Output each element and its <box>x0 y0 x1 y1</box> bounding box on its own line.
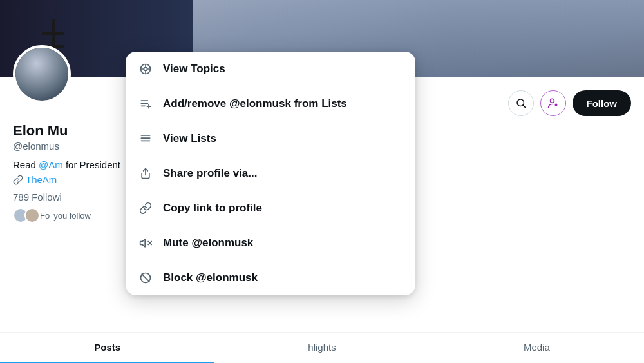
avatar <box>13 45 71 103</box>
svg-rect-10 <box>141 100 149 101</box>
menu-item-share-profile[interactable]: Share profile via... <box>126 156 415 191</box>
menu-label-view-lists: View Lists <box>163 132 216 145</box>
block-icon <box>138 271 153 285</box>
tab-media[interactable]: Media <box>430 333 644 363</box>
copy-link-icon <box>138 201 153 215</box>
header-actions: Follow <box>508 90 632 116</box>
notify-button[interactable] <box>540 90 566 116</box>
menu-item-view-lists[interactable]: View Lists <box>126 121 415 156</box>
menu-label-mute: Mute @elonmusk <box>163 237 253 250</box>
add-list-icon <box>138 97 153 111</box>
mutual-avatars <box>13 208 36 223</box>
menu-item-block[interactable]: Block @elonmusk <box>126 260 415 295</box>
menu-item-add-remove-lists[interactable]: Add/remove @elonmusk from Lists <box>126 86 415 121</box>
svg-rect-16 <box>141 137 151 139</box>
list-icon <box>138 132 153 146</box>
svg-rect-17 <box>141 141 151 142</box>
svg-rect-15 <box>141 135 151 136</box>
search-button[interactable] <box>508 90 534 116</box>
context-menu: View Topics Add/remove @elonmusk from Li… <box>126 52 415 295</box>
menu-label-copy-link: Copy link to profile <box>163 202 262 215</box>
menu-label-share-profile: Share profile via... <box>163 167 257 180</box>
share-icon <box>138 166 153 181</box>
svg-point-2 <box>550 99 554 103</box>
svg-rect-11 <box>141 103 149 104</box>
svg-point-5 <box>144 68 147 71</box>
tab-posts[interactable]: Posts <box>0 333 214 363</box>
mutual-avatar-2 <box>24 208 40 223</box>
bio-link[interactable]: @Am <box>39 159 63 170</box>
menu-item-view-topics[interactable]: View Topics <box>126 52 415 86</box>
svg-line-1 <box>523 105 526 108</box>
svg-line-21 <box>142 274 149 282</box>
mute-icon <box>138 236 153 250</box>
tab-highlights[interactable]: hlights <box>214 333 429 363</box>
menu-label-view-topics: View Topics <box>163 63 225 75</box>
menu-label-add-remove-lists: Add/remove @elonmusk from Lists <box>163 97 347 110</box>
menu-label-block: Block @elonmusk <box>163 271 258 284</box>
search-icon <box>515 97 527 109</box>
profile-tabs: Posts hlights Media <box>0 332 644 363</box>
svg-marker-3 <box>554 103 558 107</box>
person-star-icon <box>547 97 559 109</box>
menu-item-mute[interactable]: Mute @elonmusk <box>126 226 415 260</box>
follow-button[interactable]: Follow <box>573 90 632 116</box>
topics-icon <box>138 62 153 76</box>
svg-rect-12 <box>141 106 146 107</box>
menu-item-copy-link[interactable]: Copy link to profile <box>126 191 415 226</box>
link-icon <box>13 175 23 185</box>
